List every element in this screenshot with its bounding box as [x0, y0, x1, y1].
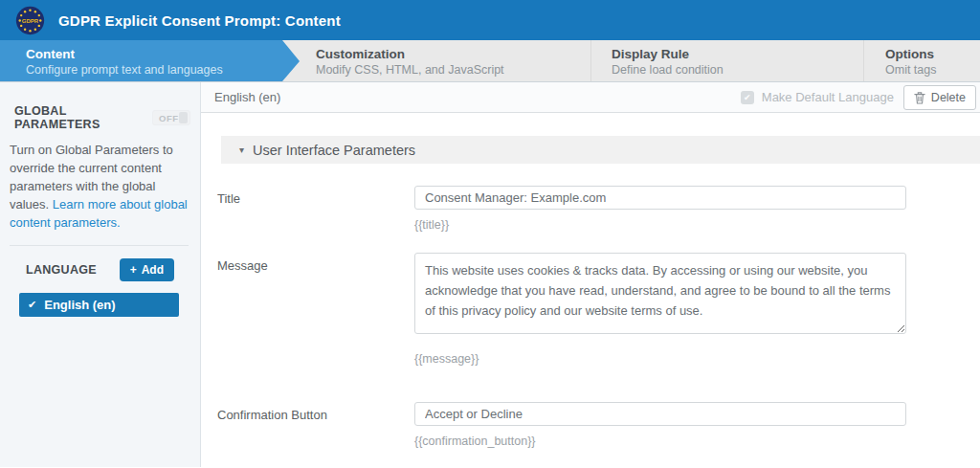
gdpr-logo-icon: GDPR: [15, 6, 45, 35]
field-row-message: Message This website uses cookies & trac…: [201, 253, 980, 366]
check-icon: ✔: [28, 299, 36, 311]
delete-language-button[interactable]: Delete: [903, 85, 976, 110]
title-token: {{title}}: [414, 218, 906, 232]
content-area: GLOBAL PARAMETERS OFF Turn on Global Par…: [0, 82, 980, 467]
confirmation-field-wrap: {{confirmation_button}}: [414, 402, 906, 448]
current-language-header: English (en): [214, 90, 741, 104]
field-row-title: Title {{title}}: [201, 186, 980, 232]
language-topbar: English (en) ✔ Make Default Language Del…: [201, 82, 980, 113]
language-row: LANGUAGE + Add: [26, 258, 174, 281]
language-label: LANGUAGE: [26, 263, 97, 277]
message-field-label: Message: [201, 253, 414, 366]
message-textarea[interactable]: This website uses cookies & tracks data.…: [414, 253, 906, 334]
svg-text:GDPR: GDPR: [22, 17, 39, 23]
plus-icon: +: [130, 263, 137, 277]
tab-customization-label: Customization: [316, 46, 590, 62]
trash-icon: [914, 91, 925, 104]
title-input[interactable]: [414, 186, 906, 210]
confirmation-button-input[interactable]: [414, 402, 906, 426]
tab-content[interactable]: Content Configure prompt text and langua…: [0, 40, 282, 81]
make-default-label: Make Default Language: [762, 90, 894, 104]
tab-options-label: Options: [885, 46, 980, 62]
toggle-off-label: OFF: [159, 113, 179, 123]
tab-display-rule[interactable]: Display Rule Define load condition: [590, 40, 863, 81]
confirmation-field-label: Confirmation Button: [201, 402, 414, 448]
section-user-interface-parameters[interactable]: ▾ User Interface Parameters: [221, 136, 980, 164]
delete-button-label: Delete: [931, 91, 966, 104]
message-field-wrap: This website uses cookies & tracks data.…: [414, 253, 906, 366]
tab-options-subtitle: Omit tags: [885, 63, 980, 78]
global-parameters-description: Turn on Global Parameters to override th…: [10, 141, 189, 232]
section-title: User Interface Parameters: [253, 143, 415, 158]
global-parameters-row: GLOBAL PARAMETERS OFF: [14, 104, 190, 131]
language-item-label: English (en): [44, 298, 115, 312]
tab-display-rule-subtitle: Define load condition: [612, 63, 863, 78]
tab-content-label: Content: [26, 46, 282, 62]
sidebar: GLOBAL PARAMETERS OFF Turn on Global Par…: [0, 82, 201, 467]
tab-customization-subtitle: Modify CSS, HTML, and JavaScript: [316, 63, 590, 78]
field-row-confirmation-button: Confirmation Button {{confirmation_butto…: [201, 402, 980, 448]
tab-content-subtitle: Configure prompt text and languages: [26, 63, 282, 78]
make-default-checkbox: ✔: [741, 91, 754, 104]
message-token: {{message}}: [414, 352, 906, 366]
title-field-label: Title: [201, 186, 414, 232]
confirmation-token: {{confirmation_button}}: [414, 435, 906, 448]
tab-options[interactable]: Options Omit tags: [863, 40, 980, 81]
page-title: GDPR Explicit Consent Prompt: Content: [58, 12, 341, 29]
language-item-english[interactable]: ✔ English (en): [19, 293, 179, 317]
checkmark-icon: ✔: [744, 93, 751, 102]
tab-bar: Content Configure prompt text and langua…: [0, 40, 980, 82]
sidebar-divider: [10, 245, 189, 246]
app-header: GDPR GDPR Explicit Consent Prompt: Conte…: [0, 0, 980, 40]
tab-customization[interactable]: Customization Modify CSS, HTML, and Java…: [282, 40, 590, 81]
add-button-label: Add: [142, 263, 164, 277]
global-parameters-toggle[interactable]: OFF: [152, 110, 190, 125]
global-parameters-label: GLOBAL PARAMETERS: [14, 104, 145, 131]
add-language-button[interactable]: + Add: [120, 258, 174, 281]
main-panel: English (en) ✔ Make Default Language Del…: [201, 82, 980, 467]
tab-display-rule-label: Display Rule: [612, 46, 863, 62]
title-field-wrap: {{title}}: [414, 186, 906, 232]
toggle-knob-icon: [179, 112, 189, 123]
caret-down-icon: ▾: [239, 145, 244, 155]
form-body: ▾ User Interface Parameters Title {{titl…: [201, 113, 980, 467]
